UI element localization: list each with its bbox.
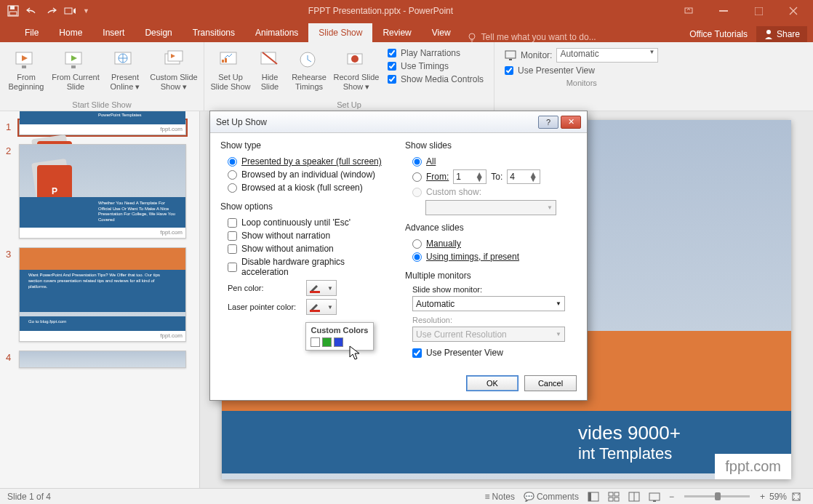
color-swatch-blue[interactable] [334,337,343,347]
to-slide-spinner[interactable]: 4▲▼ [507,169,540,184]
ribbon-options-icon[interactable] [672,1,705,21]
show-media-controls-checkbox[interactable]: Show Media Controls [388,74,484,84]
minimize-button[interactable] [707,1,740,21]
status-bar: Slide 1 of 4 ≡ Notes 💬 Comments − + 59% [0,488,813,504]
custom-show-radio [412,188,422,197]
disable-hw-accel-checkbox[interactable] [228,263,237,272]
svg-rect-37 [614,497,619,501]
advance-timings-radio[interactable] [412,252,422,262]
close-button[interactable] [777,1,810,21]
dialog-title: Set Up Show [216,117,267,127]
svg-rect-19 [225,58,227,63]
qat-dropdown-icon[interactable]: ▼ [83,7,89,15]
monitor-select[interactable]: Automatic ▼ [556,48,658,63]
ribbon: From Beginning From Current Slide Presen… [0,42,813,111]
svg-point-7 [469,33,475,39]
use-timings-checkbox[interactable]: Use Timings [388,61,484,71]
tab-animations[interactable]: Animations [245,23,308,42]
show-type-speaker-radio[interactable] [228,157,237,167]
slide-counter[interactable]: Slide 1 of 4 [7,492,51,502]
dialog-close-button[interactable]: ✕ [561,116,581,129]
share-button[interactable]: Share [756,26,807,42]
ok-button[interactable]: OK [466,375,518,391]
play-narrations-checkbox[interactable]: Play Narrations [388,48,484,58]
set-up-show-dialog: Set Up Show ? ✕ Show type Presented by a… [209,111,588,401]
custom-slideshow-button[interactable]: Custom Slide Show ▾ [148,45,199,100]
custom-show-select: ▼ [425,200,556,215]
from-current-slide-button[interactable]: From Current Slide [49,45,102,100]
tab-review[interactable]: Review [372,23,421,42]
use-presenter-view-checkbox[interactable]: Use Presenter View [505,65,658,76]
cancel-button[interactable]: Cancel [524,375,577,391]
svg-text:P: P [52,186,57,196]
start-from-beginning-icon[interactable] [64,5,76,17]
tab-insert[interactable]: Insert [92,23,135,42]
loop-checkbox[interactable] [228,218,237,228]
rehearse-timings-button[interactable]: Rehearse Timings [287,45,331,100]
fit-to-window-button[interactable] [787,492,806,502]
show-slides-all-radio[interactable] [412,157,422,167]
ribbon-group-start-slideshow: From Beginning From Current Slide Presen… [0,42,204,111]
svg-rect-40 [649,493,660,500]
laser-color-button[interactable]: ▼ [306,299,337,315]
reading-view-icon[interactable] [624,492,644,502]
from-slide-spinner[interactable]: 1▲▼ [453,169,486,184]
slide-thumbnail-1[interactable]: P FPPT.com provides 9000+ Free PowerPoin… [19,120,186,135]
monitor-label: Monitor: [521,50,552,60]
slideshow-view-icon[interactable] [644,492,665,502]
slide-blue-band: vides 9000+ int Templates [222,411,791,473]
tab-transitions[interactable]: Transitions [183,23,245,42]
tab-design[interactable]: Design [135,23,182,42]
normal-view-icon[interactable] [583,492,604,502]
svg-rect-12 [71,65,76,68]
slide-thumbnail-4[interactable] [19,351,186,368]
tab-home[interactable]: Home [49,23,92,42]
no-narration-checkbox[interactable] [228,231,237,241]
svg-rect-24 [505,51,516,58]
record-slideshow-button[interactable]: Record Slide Show ▾ [332,45,380,100]
monitor-icon [505,50,516,60]
svg-rect-18 [222,60,224,63]
office-tutorials-link[interactable]: Office Tutorials [689,29,748,39]
show-options-group: Show options Loop continuously until 'Es… [220,201,392,316]
comments-button[interactable]: 💬 Comments [519,492,583,502]
slide-thumbnail-2[interactable]: P Whether You Need A Template For Offici… [19,144,186,239]
advance-slides-group: Advance slides Manually Using timings, i… [405,223,577,263]
hide-slide-button[interactable]: Hide Slide [254,45,286,100]
ribbon-tabs: File Home Insert Design Transitions Anim… [0,22,813,42]
slide-sorter-view-icon[interactable] [604,492,624,502]
advance-manually-radio[interactable] [412,239,422,249]
zoom-in-button[interactable]: + [756,492,769,502]
show-type-individual-radio[interactable] [228,170,237,180]
slide-show-monitor-select[interactable]: Automatic▼ [412,296,565,311]
maximize-button[interactable] [742,1,775,21]
save-icon[interactable] [7,5,19,17]
from-beginning-button[interactable]: From Beginning [4,45,48,100]
slide-thumbnails-panel[interactable]: 1 P FPPT.com provides 9000+ Free PowerPo… [0,111,200,488]
notes-button[interactable]: ≡ Notes [481,492,519,502]
dialog-titlebar[interactable]: Set Up Show ? ✕ [210,111,587,133]
tab-view[interactable]: View [422,23,461,42]
tab-slideshow[interactable]: Slide Show [308,23,372,42]
tab-file[interactable]: File [15,23,49,42]
dialog-presenter-view-checkbox[interactable] [412,348,422,358]
show-type-kiosk-radio[interactable] [228,183,237,193]
redo-icon[interactable] [45,5,57,17]
set-up-slideshow-button[interactable]: Set Up Slide Show [209,45,252,100]
slide-thumbnail-3[interactable]: Want PowerPoint And Presentation Tips? W… [19,247,186,342]
ribbon-group-setup: Set Up Slide Show Hide Slide Rehearse Ti… [204,42,494,111]
color-swatch-green[interactable] [322,337,332,347]
zoom-slider[interactable] [684,495,750,497]
present-online-button[interactable]: Present Online ▾ [103,45,147,100]
svg-rect-5 [719,10,728,12]
zoom-percent[interactable]: 59% [769,492,787,502]
color-swatch-red[interactable] [311,337,320,347]
undo-icon[interactable] [26,5,38,17]
no-animation-checkbox[interactable] [228,244,237,254]
zoom-out-button[interactable]: − [665,492,678,502]
tell-me-search[interactable]: Tell me what you want to do... [467,32,596,42]
show-slides-from-radio[interactable] [412,172,422,182]
pen-color-button[interactable]: ▼ [306,280,337,296]
dialog-help-button[interactable]: ? [538,116,558,129]
svg-rect-25 [509,59,512,60]
